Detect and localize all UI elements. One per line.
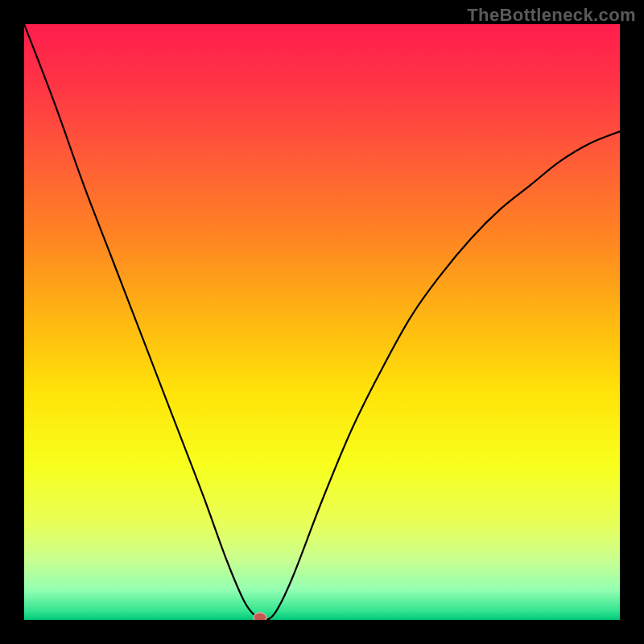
- chart-heat-background: [24, 24, 620, 620]
- chart-frame: TheBottleneck.com: [0, 0, 644, 644]
- watermark-text: TheBottleneck.com: [467, 5, 636, 26]
- bottleneck-chart: [0, 0, 644, 644]
